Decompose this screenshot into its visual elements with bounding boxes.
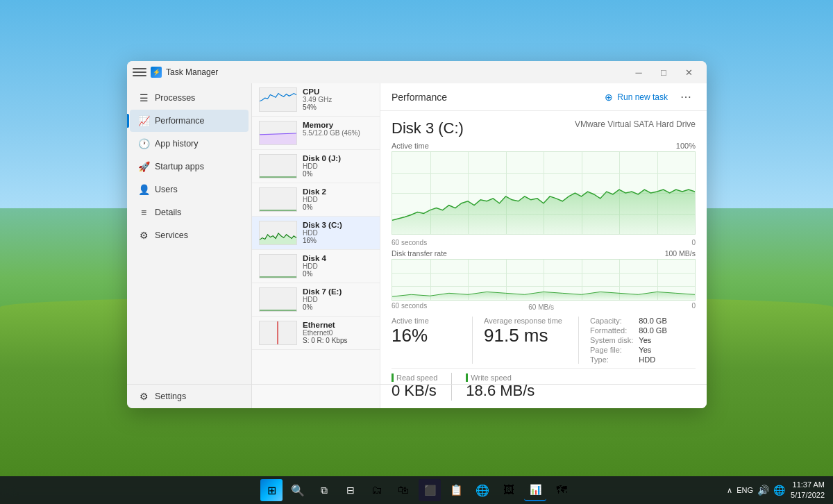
system-disk-label: System disk: <box>590 336 633 344</box>
terminal-button[interactable]: ⬛ <box>419 479 441 501</box>
task-manager-taskbar-button[interactable]: 📊 <box>524 479 546 501</box>
disk3-info: Disk 3 (C:) HDD 16% <box>303 221 373 244</box>
run-task-icon: ⊕ <box>605 92 613 103</box>
memory-mini-chart <box>259 121 297 145</box>
cpu-mini-chart <box>259 87 297 112</box>
disk7-info: Disk 7 (E:) HDD 0% <box>303 287 373 311</box>
sidebar-item-app-history[interactable]: 🕐 App history <box>130 133 249 155</box>
transfer-section: Disk transfer rate 100 MB/s <box>392 249 696 310</box>
perf-item-disk0[interactable]: Disk 0 (J:) HDD 0% <box>252 150 380 183</box>
chevron-up-icon[interactable]: ∧ <box>727 486 732 495</box>
memory-sub: 5.5/12.0 GB (46%) <box>303 129 373 137</box>
perf-list-panel: CPU 3.49 GHz 54% Memory 5.5/12.0 GB (46%… <box>252 83 380 408</box>
stats-grid: Capacity: 80.0 GB Formatted: 80.0 GB Sys… <box>590 317 667 364</box>
perf-header-title: Performance <box>392 92 447 103</box>
sidebar-label-startup: Startup apps <box>155 162 204 171</box>
notepad-button[interactable]: 📋 <box>445 479 467 501</box>
minimize-button[interactable]: ─ <box>626 61 651 83</box>
sidebar-label-details: Details <box>155 208 181 217</box>
disk2-sub: HDD <box>303 196 373 203</box>
disk4-val: 0% <box>303 270 373 278</box>
taskbar: ⊞ 🔍 ⧉ ⊟ 🗂 🛍 ⬛ 📋 🌐 🖼 📊 🗺 ∧ ENG 🔊 🌐 11:37 <box>0 476 833 504</box>
sidebar-label-settings: Settings <box>155 392 186 401</box>
sidebar-item-performance[interactable]: 📈 Performance <box>130 110 249 132</box>
disk3-val: 16% <box>303 237 373 244</box>
formatted-val: 80.0 GB <box>639 326 666 335</box>
perf-item-disk7[interactable]: Disk 7 (E:) HDD 0% <box>252 283 380 317</box>
run-new-task-button[interactable]: ⊕ Run new task <box>605 92 668 103</box>
network-icon[interactable]: 🌐 <box>773 485 785 496</box>
system-disk-val: Yes <box>639 336 666 344</box>
cpu-name: CPU <box>303 87 373 96</box>
stat-divider-1 <box>472 317 473 364</box>
sidebar-item-startup[interactable]: 🚀 Startup apps <box>130 156 249 178</box>
hamburger-line-2 <box>133 72 146 73</box>
file-explorer-button[interactable]: 🗂 <box>366 479 388 501</box>
widgets-button[interactable]: ⊟ <box>339 479 362 501</box>
ethernet-val: S: 0 R: 0 Kbps <box>303 337 373 344</box>
disk3-name: Disk 3 (C:) <box>303 221 373 229</box>
perf-item-cpu[interactable]: CPU 3.49 GHz 54% <box>252 83 380 117</box>
cpu-val: 54% <box>303 103 373 111</box>
disk0-name: Disk 0 (J:) <box>303 154 373 162</box>
sidebar-item-processes[interactable]: ☰ Processes <box>130 87 249 109</box>
disk7-name: Disk 7 (E:) <box>303 287 373 296</box>
sidebar-label-services: Services <box>155 230 188 240</box>
maximize-button[interactable]: □ <box>651 61 676 83</box>
type-label: Type: <box>590 355 633 364</box>
search-taskbar-button[interactable]: 🔍 <box>287 479 309 501</box>
edge-button[interactable]: 🌐 <box>471 479 494 501</box>
perf-item-disk2[interactable]: Disk 2 HDD 0% <box>252 183 380 217</box>
disk4-info: Disk 4 HDD 0% <box>303 254 373 278</box>
taskbar-clock[interactable]: 11:37 AM 5/17/2022 <box>791 480 825 501</box>
formatted-label: Formatted: <box>590 326 633 335</box>
sidebar: ☰ Processes 📈 Performance 🕐 App history … <box>127 83 252 408</box>
transfer-label-left: Disk transfer rate <box>392 249 447 258</box>
disk7-val: 0% <box>303 303 373 311</box>
sidebar-item-settings[interactable]: ⚙ Settings <box>130 385 704 408</box>
ethernet-info: Ethernet Ethernet0 S: 0 R: 0 Kbps <box>303 321 373 344</box>
sidebar-item-users[interactable]: 👤 Users <box>130 178 249 201</box>
run-task-label: Run new task <box>617 92 668 102</box>
more-icon: ⋯ <box>680 90 691 103</box>
sidebar-item-details[interactable]: ≡ Details <box>130 201 249 224</box>
perf-item-ethernet[interactable]: Ethernet Ethernet0 S: 0 R: 0 Kbps <box>252 317 380 350</box>
photos-button[interactable]: 🖼 <box>498 479 520 501</box>
store-button[interactable]: 🛍 <box>392 479 414 501</box>
chart-time-right: 0 <box>691 239 696 246</box>
task-view-button[interactable]: ⧉ <box>313 479 335 501</box>
disk-stats-grid: Capacity: 80.0 GB Formatted: 80.0 GB Sys… <box>590 317 667 364</box>
disk2-mini-chart <box>259 187 297 212</box>
disk0-val: 0% <box>303 170 373 178</box>
perf-item-disk4[interactable]: Disk 4 HDD 0% <box>252 250 380 283</box>
volume-icon[interactable]: 🔊 <box>757 485 769 496</box>
chart-label-row: Active time 100% <box>392 142 696 150</box>
hamburger-menu[interactable] <box>133 65 146 79</box>
perf-item-disk3[interactable]: Disk 3 (C:) HDD 16% <box>252 217 380 250</box>
taskbar-right: ∧ ENG 🔊 🌐 11:37 AM 5/17/2022 <box>727 480 825 501</box>
disk-header: Disk 3 (C:) VMware Virtual SATA Hard Dri… <box>392 119 696 137</box>
ethernet-name: Ethernet <box>303 321 373 329</box>
perf-item-memory[interactable]: Memory 5.5/12.0 GB (46%) <box>252 117 380 150</box>
type-val: HDD <box>639 355 666 364</box>
sidebar-label-processes: Processes <box>155 93 195 103</box>
read-speed-label: Read speed <box>392 373 437 382</box>
more-options-button[interactable]: ⋯ <box>676 87 696 107</box>
start-button[interactable]: ⊞ <box>260 479 283 501</box>
disk7-mini-chart <box>259 287 297 312</box>
lang-indicator: ENG <box>737 486 753 494</box>
disk0-mini-chart <box>259 154 297 178</box>
disk3-mini-chart <box>259 221 297 245</box>
chart-time-labels: 60 seconds 0 <box>392 239 696 246</box>
sidebar-item-services[interactable]: ⚙ Services <box>130 224 249 246</box>
disk2-info: Disk 2 HDD 0% <box>303 187 373 211</box>
stats-section: Active time 16% Average response time 91… <box>392 317 696 364</box>
stat-divider-2 <box>578 317 579 364</box>
detail-panel: Performance ⊕ Run new task ⋯ Disk 3 (C:)… <box>380 83 707 408</box>
sidebar-label-users: Users <box>155 185 178 194</box>
chart-max-label: 100% <box>676 142 696 150</box>
maps-button[interactable]: 🗺 <box>550 479 573 501</box>
details-icon: ≡ <box>138 207 149 218</box>
close-button[interactable]: ✕ <box>676 61 701 83</box>
services-icon: ⚙ <box>138 230 149 241</box>
